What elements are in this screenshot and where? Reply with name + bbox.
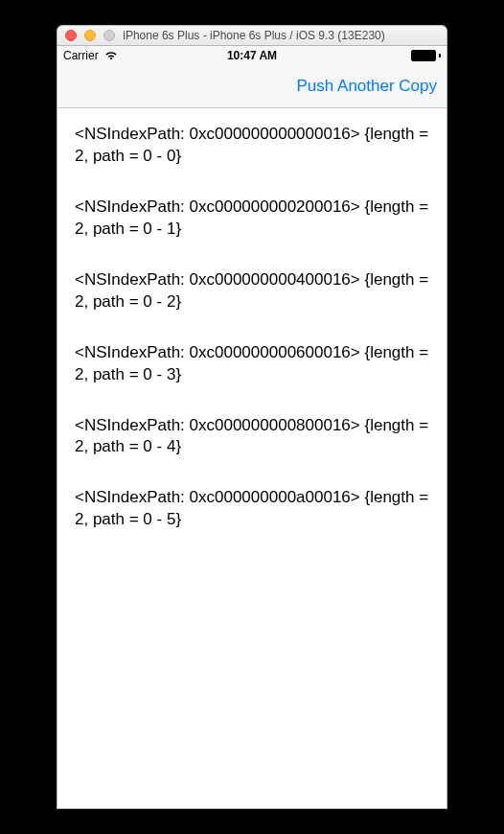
row-text: <NSIndexPath: 0xc000000000200016> {lengt… [75, 197, 428, 238]
ios-simulator-screen: Carrier 10:47 AM Push Another Copy <NSIn… [57, 46, 447, 809]
table-row[interactable]: <NSIndexPath: 0xc000000000800016> {lengt… [57, 400, 447, 473]
traffic-lights [57, 30, 115, 41]
row-text: <NSIndexPath: 0xc000000000400016> {lengt… [75, 270, 428, 311]
macos-titlebar: iPhone 6s Plus - iPhone 6s Plus / iOS 9.… [57, 25, 447, 46]
minimize-window-button[interactable] [84, 30, 96, 41]
close-window-button[interactable] [65, 30, 77, 41]
window-title: iPhone 6s Plus - iPhone 6s Plus / iOS 9.… [115, 29, 447, 42]
zoom-window-button[interactable] [103, 30, 115, 41]
row-text: <NSIndexPath: 0xc000000000a00016> {lengt… [75, 488, 428, 528]
table-row[interactable]: <NSIndexPath: 0xc000000000600016> {lengt… [57, 327, 447, 400]
row-text: <NSIndexPath: 0xc000000000000016> {lengt… [75, 125, 428, 165]
push-another-copy-button[interactable]: Push Another Copy [297, 77, 437, 96]
table-row[interactable]: <NSIndexPath: 0xc000000000000016> {lengt… [57, 108, 447, 181]
row-text: <NSIndexPath: 0xc000000000800016> {lengt… [75, 416, 428, 456]
table-row[interactable]: <NSIndexPath: 0xc000000000a00016> {lengt… [57, 472, 447, 544]
row-text: <NSIndexPath: 0xc000000000600016> {lengt… [75, 343, 428, 383]
table-row[interactable]: <NSIndexPath: 0xc000000000400016> {lengt… [57, 254, 447, 327]
navigation-bar: Push Another Copy [57, 65, 447, 108]
status-battery [411, 50, 441, 61]
battery-tip-icon [439, 54, 441, 58]
battery-icon [411, 50, 436, 61]
ios-status-bar: Carrier 10:47 AM [57, 46, 447, 65]
status-time: 10:47 AM [57, 49, 447, 62]
table-view[interactable]: <NSIndexPath: 0xc000000000000016> {lengt… [57, 108, 447, 808]
table-row[interactable]: <NSIndexPath: 0xc000000000200016> {lengt… [57, 181, 447, 254]
